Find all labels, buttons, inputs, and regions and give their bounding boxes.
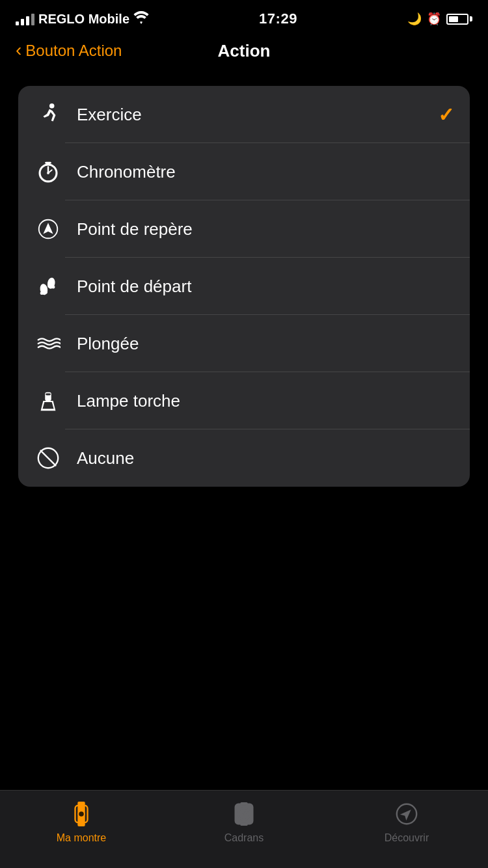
main-content: Exercice ✓ Chronomètre	[0, 73, 488, 500]
ma-montre-icon	[67, 800, 96, 828]
status-left: REGLO Mobile	[16, 11, 149, 27]
point-repere-label: Point de repère	[77, 219, 454, 239]
page-title: Action	[218, 41, 271, 61]
tab-bar: Ma montre Cadrans Découvrir	[0, 790, 488, 868]
dive-icon	[34, 329, 62, 358]
ma-montre-label: Ma montre	[57, 832, 106, 844]
aucune-label: Aucune	[77, 448, 454, 468]
check-icon: ✓	[438, 103, 454, 126]
lampe-torche-label: Lampe torche	[77, 391, 454, 411]
status-right: 🌙 ⏰	[407, 12, 472, 26]
none-icon	[34, 444, 62, 472]
svg-rect-8	[45, 162, 51, 164]
stopwatch-icon	[34, 157, 62, 186]
status-bar: REGLO Mobile 17:29 🌙 ⏰	[0, 0, 488, 35]
signal-icon	[16, 12, 34, 25]
svg-marker-18	[42, 402, 53, 409]
svg-point-27	[79, 811, 84, 817]
svg-marker-35	[400, 807, 414, 821]
list-item[interactable]: Chronomètre	[18, 143, 470, 200]
list-item[interactable]: Plongée	[18, 315, 470, 372]
svg-rect-24	[77, 802, 85, 806]
svg-point-0	[49, 103, 55, 109]
list-item[interactable]: Point de départ	[18, 258, 470, 315]
list-item[interactable]: Lampe torche	[18, 372, 470, 429]
svg-rect-25	[77, 822, 85, 826]
time-display: 17:29	[259, 10, 297, 27]
decouvrir-icon	[392, 800, 421, 828]
exercice-label: Exercice	[77, 105, 438, 125]
decouvrir-label: Découvrir	[385, 832, 429, 844]
list-item[interactable]: Point de repère	[18, 200, 470, 258]
flashlight-icon	[34, 387, 62, 415]
svg-rect-33	[240, 822, 247, 826]
back-chevron-icon: ‹	[16, 41, 21, 59]
svg-point-6	[47, 172, 49, 174]
footsteps-icon	[34, 272, 62, 301]
chronometre-label: Chronomètre	[77, 162, 454, 182]
cadrans-icon	[230, 800, 258, 828]
action-list: Exercice ✓ Chronomètre	[18, 86, 470, 487]
waypoint-icon	[34, 215, 62, 243]
running-icon	[34, 100, 62, 129]
moon-icon: 🌙	[407, 12, 422, 26]
cadrans-label: Cadrans	[224, 832, 264, 844]
battery-icon	[446, 14, 472, 25]
plongee-label: Plongée	[77, 334, 454, 354]
wifi-icon	[133, 11, 149, 27]
carrier-label: REGLO Mobile	[38, 12, 129, 27]
back-label: Bouton Action	[25, 42, 122, 60]
svg-rect-32	[240, 802, 247, 806]
nav-header: ‹ Bouton Action Action	[0, 35, 488, 73]
svg-line-21	[41, 451, 56, 466]
list-item[interactable]: Aucune	[18, 429, 470, 487]
back-button[interactable]: ‹ Bouton Action	[16, 42, 122, 60]
tab-cadrans[interactable]: Cadrans	[163, 800, 325, 844]
svg-rect-19	[46, 394, 51, 396]
tab-ma-montre[interactable]: Ma montre	[0, 800, 163, 844]
list-item[interactable]: Exercice ✓	[18, 86, 470, 143]
point-depart-label: Point de départ	[77, 277, 454, 297]
tab-decouvrir[interactable]: Découvrir	[325, 800, 488, 844]
alarm-icon: ⏰	[427, 12, 441, 26]
